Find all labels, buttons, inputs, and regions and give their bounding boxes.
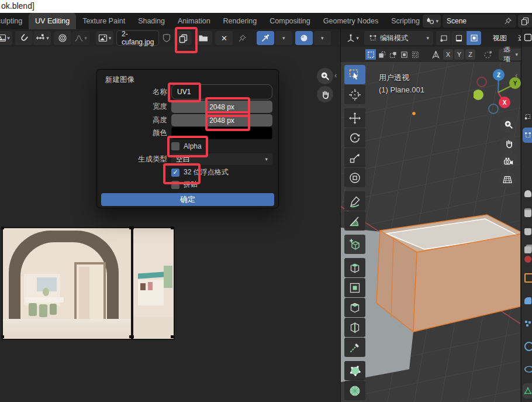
tool-bevel[interactable] [344,298,365,317]
pin-image-icon[interactable] [238,34,247,43]
uv-snap-dropdown[interactable]: ▾ [275,31,292,45]
tool-annotate[interactable] [344,191,365,211]
select-extend-toggle[interactable] [376,49,387,60]
tool-knife[interactable] [344,338,365,357]
select-subtract-toggle[interactable] [388,49,398,60]
navigation-gizmo[interactable]: Z Y X [474,68,521,116]
tab-animation[interactable]: Animation [171,13,217,29]
height-slider[interactable]: 2048 px [171,114,272,126]
svg-text:Z: Z [497,72,500,78]
viewport-sidebar-collapse[interactable]: ‹ [515,71,517,80]
select-invert-toggle[interactable] [399,49,409,60]
scene-browse-button[interactable]: ▾ [423,15,441,28]
display-channels-dropdown[interactable]: ▾ [313,31,331,45]
options-dropdown[interactable]: 选项 ▾ [499,49,523,60]
tool-transform[interactable] [344,168,365,187]
name-input[interactable]: UV1 [171,84,272,99]
props-active-tool-tab[interactable] [523,109,532,124]
editor-type-button-3d[interactable]: ▾ [344,31,361,45]
tab-compositing[interactable]: Compositing [263,13,316,29]
viewport-zoom-button[interactable] [500,116,517,133]
tool-cursor[interactable] [344,85,365,104]
width-value: 2048 px [209,103,234,111]
width-slider[interactable]: 2048 px [171,101,272,113]
view-perspective-label: 用户透视 [379,71,424,84]
uv-pan-button[interactable] [317,86,333,102]
uv-sidebar-collapse[interactable]: ‹ [334,71,337,80]
tab-uv-editing[interactable]: UV Editing [29,13,76,29]
unlink-image-button[interactable]: ✕ [215,31,233,45]
uv-zoom-button[interactable] [317,68,333,84]
mode-dropdown[interactable]: 编辑模式 ▾ [364,31,433,45]
tool-add-cube[interactable] [344,235,365,254]
mirror-z-toggle[interactable]: Z [465,49,475,60]
display-channels-button[interactable] [295,31,313,45]
ok-button[interactable]: 确定 [101,193,274,206]
tool-poly-build[interactable] [344,361,365,380]
uv-snap-button[interactable] [257,31,274,45]
tool-inset-faces[interactable] [344,278,365,297]
uv-image-preview[interactable] [2,227,175,340]
pin-icon[interactable] [504,17,512,25]
new-image-button[interactable] [174,31,192,45]
viewport-camera-button[interactable] [500,153,517,170]
tab-sculpting[interactable]: culpting [0,13,29,29]
tiled-checkbox-label: 拼贴 [184,180,198,190]
props-modifiers-tab[interactable] [523,293,532,308]
edge-select-button[interactable] [451,31,466,45]
mirror-icon[interactable] [431,50,441,59]
alpha-checkbox[interactable] [171,142,179,150]
face-select-button[interactable] [467,31,481,45]
tool-extrude-region[interactable] [344,258,365,277]
viewport-overlay-text: 用户透视 (1) Plane.001 [379,71,424,97]
props-physics-tab[interactable] [523,339,532,354]
tool-rotate[interactable] [344,128,365,147]
props-particles-tab[interactable] [523,316,532,331]
viewport-ortho-button[interactable] [499,171,516,188]
props-data-tab-active[interactable] [523,383,532,398]
props-object-tab[interactable] [523,270,532,286]
props-tool-tab[interactable] [523,186,532,201]
tiled-checkbox[interactable] [171,181,179,189]
image-name-field[interactable]: 2-cufang.jpg [116,30,159,46]
color-swatch[interactable] [171,127,272,139]
tool-scale[interactable] [344,148,365,167]
tab-rendering[interactable]: Rendering [217,13,264,29]
vertex-select-button[interactable] [436,31,451,45]
mirror-x-toggle[interactable]: X [443,49,453,60]
snap-target-dropdown[interactable]: ▾ [33,31,51,45]
generated-type-dropdown[interactable]: 空白 ▾ [171,153,272,165]
tab-shading[interactable]: Shading [132,13,171,29]
select-new-toggle[interactable] [365,49,376,60]
tab-geometry-nodes[interactable]: Geometry Nodes [317,13,385,29]
props-world-tab[interactable] [523,252,532,267]
open-image-button[interactable] [195,31,212,45]
float32-checkbox[interactable]: ✓ [171,169,179,177]
image-browse-button[interactable]: ▾ [96,31,113,45]
props-edit-tab-active[interactable] [523,128,532,143]
props-render-tab[interactable] [523,205,532,220]
ok-button-label: 确定 [180,194,195,205]
snap-magnet-button[interactable] [15,31,33,45]
snap-falloff-icon[interactable] [483,50,493,59]
scene-name-field[interactable]: Scene [443,15,516,28]
falloff-curve-dropdown[interactable]: ▾ [72,31,89,45]
menu-view[interactable]: 视图 [489,33,511,43]
tool-measure[interactable] [344,211,365,231]
proportional-editing-button[interactable] [54,31,71,45]
tab-scripting[interactable]: Scripting [385,13,423,29]
props-output-tab[interactable] [523,224,532,239]
tool-move[interactable] [344,108,365,128]
edit-mode-icon [368,34,377,42]
tool-select-box[interactable] [344,65,365,84]
select-intersect-toggle[interactable] [410,49,420,60]
props-constraints-tab[interactable] [523,362,532,377]
tool-spin[interactable] [344,381,365,400]
mirror-y-toggle[interactable]: Y [454,49,464,60]
editor-type-button-image[interactable]: ▾ [0,31,12,45]
viewport-pan-button[interactable] [500,135,517,152]
tool-loop-cut[interactable] [344,318,365,337]
tab-texture-paint[interactable]: Texture Paint [76,13,132,29]
shield-fake-user-icon[interactable] [162,33,171,43]
new-scene-button[interactable] [518,15,532,28]
